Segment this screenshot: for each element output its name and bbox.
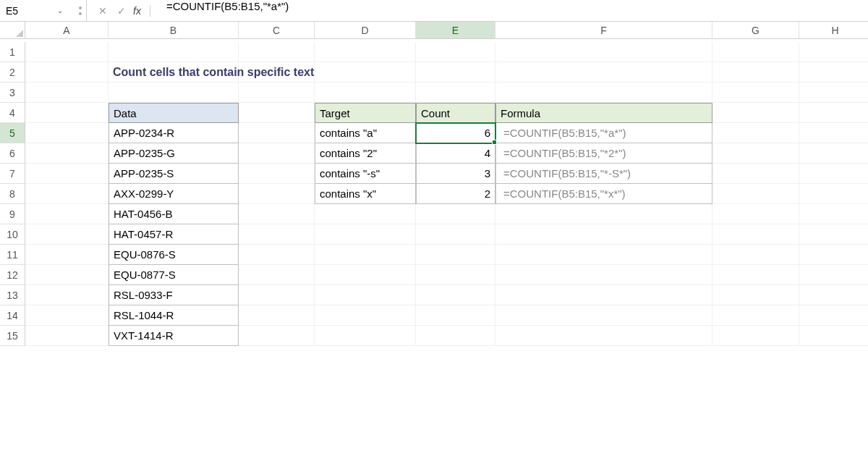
cell[interactable] [239,143,315,164]
formula-cell[interactable]: =COUNTIF(B5:B15,"*a*") [495,123,712,143]
cell[interactable] [799,143,868,164]
cell[interactable] [416,305,495,326]
formula-cell[interactable]: =COUNTIF(B5:B15,"*x*") [495,184,712,204]
chevron-down-icon[interactable]: ⌄ [57,7,63,14]
cell[interactable] [495,265,712,285]
cell[interactable] [239,164,315,184]
cell[interactable] [416,204,495,224]
row-header[interactable]: 5 [0,123,25,143]
cell[interactable] [25,123,109,143]
cell[interactable] [712,285,799,305]
cell[interactable] [712,143,799,164]
data-cell[interactable]: HAT-0457-R [109,224,239,245]
cell[interactable] [239,265,315,285]
cell[interactable] [712,265,799,285]
row-header[interactable]: 7 [0,164,25,184]
data-cell[interactable]: EQU-0877-S [109,265,239,285]
cell[interactable] [712,224,799,245]
count-cell[interactable]: 4 [416,143,495,164]
cell[interactable] [712,245,799,265]
cell[interactable] [712,42,799,62]
target-cell[interactable]: contains "2" [315,143,416,164]
count-cell-selected[interactable]: 6 [416,123,495,143]
cell[interactable] [495,62,712,83]
cell[interactable] [495,83,712,103]
cell[interactable] [239,245,315,265]
data-header[interactable]: Data [109,103,239,123]
cell[interactable] [495,42,712,62]
cell[interactable] [25,224,109,245]
cell[interactable] [495,305,712,326]
col-header-b[interactable]: B [109,22,239,39]
cell[interactable] [712,62,799,83]
target-cell[interactable]: contains "-s" [315,164,416,184]
cell[interactable] [712,326,799,346]
row-header[interactable]: 15 [0,326,25,346]
cell[interactable] [25,245,109,265]
cell[interactable] [239,224,315,245]
count-cell[interactable]: 3 [416,164,495,184]
cell[interactable] [25,285,109,305]
col-header-f[interactable]: F [495,22,712,39]
data-cell[interactable]: APP-0234-R [109,123,239,143]
cell[interactable] [799,245,868,265]
data-cell[interactable]: EQU-0876-S [109,245,239,265]
cell[interactable] [416,326,495,346]
cell[interactable] [416,42,495,62]
cell[interactable] [799,224,868,245]
cell[interactable] [416,285,495,305]
cell[interactable] [799,285,868,305]
row-header[interactable]: 14 [0,305,25,326]
data-cell[interactable]: VXT-1414-R [109,326,239,346]
enter-icon[interactable]: ✓ [114,4,129,18]
col-header-a[interactable]: A [25,22,109,39]
cell[interactable] [495,204,712,224]
row-header[interactable]: 3 [0,83,25,103]
formula-cell[interactable]: =COUNTIF(B5:B15,"*-S*") [495,164,712,184]
spreadsheet-grid[interactable]: A B C D E F G H 1 2 Count cells that con… [0,22,868,346]
cell[interactable] [25,62,109,83]
cell[interactable] [799,184,868,204]
fx-icon[interactable]: fx [133,5,150,17]
cell[interactable] [315,245,416,265]
row-header[interactable]: 11 [0,245,25,265]
cell[interactable] [416,83,495,103]
cell[interactable] [712,103,799,123]
cell[interactable] [712,305,799,326]
data-cell[interactable]: APP-0235-G [109,143,239,164]
cell[interactable] [315,305,416,326]
cell[interactable] [25,305,109,326]
cell[interactable] [416,62,495,83]
cell[interactable] [712,123,799,143]
row-header[interactable]: 10 [0,224,25,245]
cell[interactable] [416,224,495,245]
formula-input[interactable]: =COUNTIF(B5:B15,"*a*") [159,0,868,21]
cell[interactable] [239,123,315,143]
name-box[interactable]: E5 ⌄ [0,0,87,21]
cell[interactable] [315,326,416,346]
cell[interactable] [495,224,712,245]
cell[interactable] [25,326,109,346]
cell[interactable] [712,184,799,204]
row-header[interactable]: 2 [0,62,25,83]
target-cell[interactable]: contains "a" [315,123,416,143]
formula-header[interactable]: Formula [495,103,712,123]
cell[interactable] [239,184,315,204]
row-header[interactable]: 8 [0,184,25,204]
data-cell[interactable]: RSL-1044-R [109,305,239,326]
cell[interactable] [315,62,416,83]
cell[interactable] [25,83,109,103]
data-cell[interactable]: APP-0235-S [109,164,239,184]
cell[interactable] [712,83,799,103]
cell[interactable] [25,103,109,123]
cell[interactable] [25,164,109,184]
col-header-e[interactable]: E [416,22,495,39]
cell[interactable] [799,305,868,326]
cell[interactable] [495,326,712,346]
cell[interactable] [799,42,868,62]
cell[interactable] [25,42,109,62]
fill-handle[interactable] [492,140,497,145]
row-header[interactable]: 4 [0,103,25,123]
row-header[interactable]: 12 [0,265,25,285]
target-header[interactable]: Target [315,103,416,123]
